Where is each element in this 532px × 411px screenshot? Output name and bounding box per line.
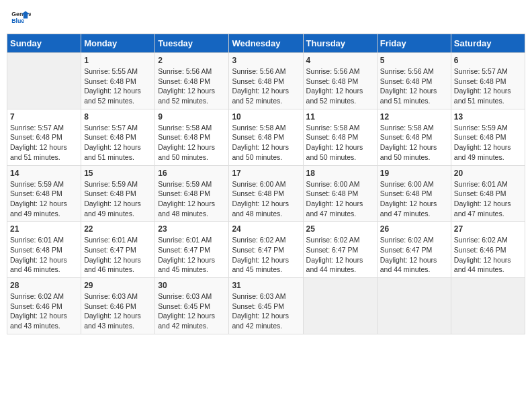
calendar-cell: 2Sunrise: 5:56 AM Sunset: 6:48 PM Daylig… — [155, 53, 229, 109]
weekday-header-thursday: Thursday — [303, 34, 377, 53]
weekday-header-friday: Friday — [377, 34, 451, 53]
calendar-cell: 22Sunrise: 6:01 AM Sunset: 6:47 PM Dayli… — [81, 222, 155, 278]
day-info: Sunrise: 5:58 AM Sunset: 6:48 PM Dayligh… — [306, 123, 374, 163]
calendar-week-row: 7Sunrise: 5:57 AM Sunset: 6:48 PM Daylig… — [7, 109, 525, 165]
day-number: 17 — [232, 169, 300, 178]
day-info: Sunrise: 5:58 AM Sunset: 6:48 PM Dayligh… — [158, 123, 226, 163]
weekday-header-monday: Monday — [81, 34, 155, 53]
calendar-cell: 21Sunrise: 6:01 AM Sunset: 6:48 PM Dayli… — [7, 222, 81, 278]
calendar-cell: 9Sunrise: 5:58 AM Sunset: 6:48 PM Daylig… — [155, 109, 229, 165]
calendar-week-row: 14Sunrise: 5:59 AM Sunset: 6:48 PM Dayli… — [7, 165, 525, 222]
day-info: Sunrise: 5:59 AM Sunset: 6:48 PM Dayligh… — [10, 179, 78, 219]
day-info: Sunrise: 6:02 AM Sunset: 6:47 PM Dayligh… — [232, 235, 300, 275]
calendar-week-row: 21Sunrise: 6:01 AM Sunset: 6:48 PM Dayli… — [7, 222, 525, 278]
day-info: Sunrise: 6:02 AM Sunset: 6:47 PM Dayligh… — [306, 235, 374, 275]
day-number: 18 — [306, 169, 374, 178]
weekday-header-row: SundayMondayTuesdayWednesdayThursdayFrid… — [7, 34, 525, 53]
day-number: 4 — [306, 56, 374, 65]
day-info: Sunrise: 6:02 AM Sunset: 6:46 PM Dayligh… — [10, 291, 78, 331]
day-number: 5 — [380, 56, 448, 65]
day-info: Sunrise: 5:58 AM Sunset: 6:48 PM Dayligh… — [380, 123, 448, 163]
day-number: 6 — [454, 56, 522, 65]
day-number: 16 — [158, 169, 226, 178]
calendar-cell — [7, 53, 81, 109]
calendar-cell: 30Sunrise: 6:03 AM Sunset: 6:45 PM Dayli… — [155, 278, 229, 334]
logo-icon: General Blue — [9, 7, 31, 28]
day-info: Sunrise: 6:03 AM Sunset: 6:45 PM Dayligh… — [232, 291, 300, 331]
calendar-cell: 29Sunrise: 6:03 AM Sunset: 6:46 PM Dayli… — [81, 278, 155, 334]
calendar-cell — [377, 278, 451, 334]
day-info: Sunrise: 6:01 AM Sunset: 6:48 PM Dayligh… — [454, 179, 522, 219]
day-number: 21 — [10, 224, 78, 234]
day-number: 9 — [158, 112, 226, 122]
calendar-cell: 8Sunrise: 5:57 AM Sunset: 6:48 PM Daylig… — [81, 109, 155, 165]
calendar-cell: 24Sunrise: 6:02 AM Sunset: 6:47 PM Dayli… — [229, 222, 303, 278]
day-info: Sunrise: 6:02 AM Sunset: 6:47 PM Dayligh… — [380, 235, 448, 275]
day-info: Sunrise: 6:03 AM Sunset: 6:45 PM Dayligh… — [158, 291, 226, 331]
day-number: 1 — [84, 56, 152, 65]
calendar-cell: 13Sunrise: 5:59 AM Sunset: 6:48 PM Dayli… — [451, 109, 525, 165]
day-number: 23 — [158, 224, 226, 234]
day-number: 15 — [84, 169, 152, 178]
day-info: Sunrise: 5:59 AM Sunset: 6:48 PM Dayligh… — [158, 179, 226, 219]
weekday-header-saturday: Saturday — [451, 34, 525, 53]
day-number: 20 — [454, 169, 522, 178]
calendar-table: SundayMondayTuesdayWednesdayThursdayFrid… — [7, 34, 525, 334]
day-info: Sunrise: 6:01 AM Sunset: 6:48 PM Dayligh… — [10, 235, 78, 275]
day-info: Sunrise: 5:59 AM Sunset: 6:48 PM Dayligh… — [84, 179, 152, 219]
calendar-cell: 16Sunrise: 5:59 AM Sunset: 6:48 PM Dayli… — [155, 165, 229, 222]
day-number: 8 — [84, 112, 152, 122]
calendar-cell: 10Sunrise: 5:58 AM Sunset: 6:48 PM Dayli… — [229, 109, 303, 165]
day-info: Sunrise: 5:58 AM Sunset: 6:48 PM Dayligh… — [232, 123, 300, 163]
day-number: 28 — [10, 281, 78, 290]
weekday-header-wednesday: Wednesday — [229, 34, 303, 53]
day-info: Sunrise: 5:56 AM Sunset: 6:48 PM Dayligh… — [306, 66, 374, 106]
day-info: Sunrise: 5:56 AM Sunset: 6:48 PM Dayligh… — [158, 66, 226, 106]
calendar-week-row: 1Sunrise: 5:55 AM Sunset: 6:48 PM Daylig… — [7, 53, 525, 109]
header: General Blue — [7, 7, 525, 28]
svg-text:General: General — [11, 11, 31, 17]
day-info: Sunrise: 5:57 AM Sunset: 6:48 PM Dayligh… — [10, 123, 78, 163]
calendar-cell: 20Sunrise: 6:01 AM Sunset: 6:48 PM Dayli… — [451, 165, 525, 222]
calendar-cell: 31Sunrise: 6:03 AM Sunset: 6:45 PM Dayli… — [229, 278, 303, 334]
day-info: Sunrise: 6:00 AM Sunset: 6:48 PM Dayligh… — [306, 179, 374, 219]
calendar-cell: 5Sunrise: 5:56 AM Sunset: 6:48 PM Daylig… — [377, 53, 451, 109]
calendar-cell: 11Sunrise: 5:58 AM Sunset: 6:48 PM Dayli… — [303, 109, 377, 165]
calendar-cell: 28Sunrise: 6:02 AM Sunset: 6:46 PM Dayli… — [7, 278, 81, 334]
calendar-cell: 14Sunrise: 5:59 AM Sunset: 6:48 PM Dayli… — [7, 165, 81, 222]
calendar-cell: 7Sunrise: 5:57 AM Sunset: 6:48 PM Daylig… — [7, 109, 81, 165]
calendar-cell: 27Sunrise: 6:02 AM Sunset: 6:46 PM Dayli… — [451, 222, 525, 278]
day-info: Sunrise: 5:56 AM Sunset: 6:48 PM Dayligh… — [232, 66, 300, 106]
day-number: 22 — [84, 224, 152, 234]
day-number: 14 — [10, 169, 78, 178]
calendar-cell: 1Sunrise: 5:55 AM Sunset: 6:48 PM Daylig… — [81, 53, 155, 109]
weekday-header-sunday: Sunday — [7, 34, 81, 53]
day-number: 12 — [380, 112, 448, 122]
day-number: 3 — [232, 56, 300, 65]
calendar-cell: 3Sunrise: 5:56 AM Sunset: 6:48 PM Daylig… — [229, 53, 303, 109]
day-info: Sunrise: 5:55 AM Sunset: 6:48 PM Dayligh… — [84, 66, 152, 106]
day-number: 7 — [10, 112, 78, 122]
day-number: 10 — [232, 112, 300, 122]
day-info: Sunrise: 6:01 AM Sunset: 6:47 PM Dayligh… — [84, 235, 152, 275]
day-info: Sunrise: 6:03 AM Sunset: 6:46 PM Dayligh… — [84, 291, 152, 331]
calendar-cell: 15Sunrise: 5:59 AM Sunset: 6:48 PM Dayli… — [81, 165, 155, 222]
day-number: 31 — [232, 281, 300, 290]
calendar-cell — [451, 278, 525, 334]
calendar-cell: 26Sunrise: 6:02 AM Sunset: 6:47 PM Dayli… — [377, 222, 451, 278]
day-number: 29 — [84, 281, 152, 290]
day-number: 19 — [380, 169, 448, 178]
day-info: Sunrise: 6:00 AM Sunset: 6:48 PM Dayligh… — [232, 179, 300, 219]
logo: General Blue — [9, 7, 34, 28]
svg-text:Blue: Blue — [11, 17, 24, 24]
day-info: Sunrise: 6:00 AM Sunset: 6:48 PM Dayligh… — [380, 179, 448, 219]
day-number: 30 — [158, 281, 226, 290]
calendar-cell — [303, 278, 377, 334]
day-info: Sunrise: 6:01 AM Sunset: 6:47 PM Dayligh… — [158, 235, 226, 275]
calendar-cell: 18Sunrise: 6:00 AM Sunset: 6:48 PM Dayli… — [303, 165, 377, 222]
day-number: 2 — [158, 56, 226, 65]
day-number: 27 — [454, 224, 522, 234]
day-number: 26 — [380, 224, 448, 234]
day-info: Sunrise: 5:56 AM Sunset: 6:48 PM Dayligh… — [380, 66, 448, 106]
weekday-header-tuesday: Tuesday — [155, 34, 229, 53]
